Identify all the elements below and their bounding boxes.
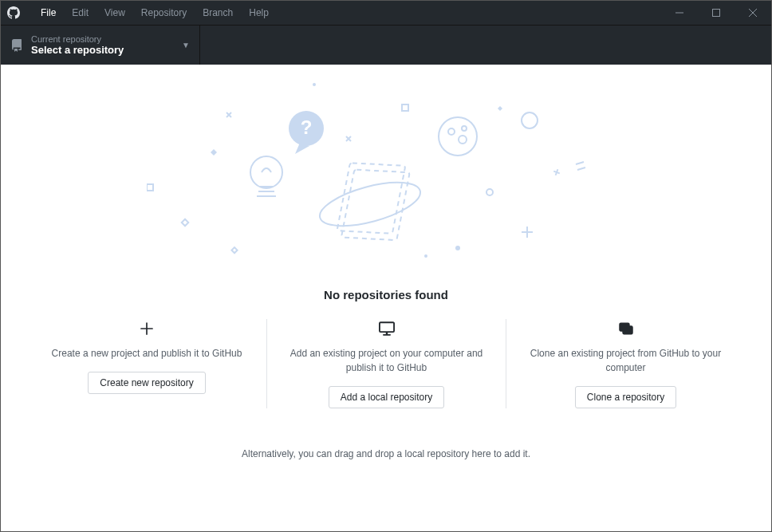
clone-icon — [616, 319, 636, 338]
svg-rect-3 — [341, 170, 410, 241]
svg-rect-18 — [147, 184, 153, 191]
repository-selector[interactable]: Current repository Select a repository ▼ — [1, 26, 200, 65]
empty-state-heading: No repositories found — [324, 288, 448, 301]
svg-point-11 — [522, 112, 538, 128]
clone-repository-button[interactable]: Clone a repository — [575, 386, 676, 408]
option-create-description: Create a new project and publish it to G… — [52, 346, 242, 361]
chevron-down-icon: ▼ — [182, 41, 190, 49]
maximize-button[interactable] — [698, 1, 735, 25]
close-button[interactable] — [735, 1, 771, 25]
svg-point-13 — [424, 254, 427, 258]
repo-selector-value: Select a repository — [31, 44, 182, 56]
window-controls — [661, 1, 771, 25]
svg-point-4 — [250, 156, 282, 188]
option-clone-description: Clone an existing project from GitHub to… — [522, 346, 729, 375]
option-clone: Clone an existing project from GitHub to… — [506, 319, 745, 408]
svg-point-7 — [439, 117, 477, 156]
svg-rect-16 — [182, 219, 188, 226]
option-add-local: Add an existing project on your computer… — [266, 319, 506, 408]
options-row: Create a new project and publish it to G… — [19, 319, 753, 408]
repo-selector-label: Current repository — [31, 34, 182, 44]
menu-repository[interactable]: Repository — [133, 1, 195, 25]
repo-selector-texts: Current repository Select a repository — [31, 34, 182, 56]
create-repository-button[interactable]: Create new repository — [88, 372, 205, 394]
option-create: Create a new project and publish it to G… — [27, 319, 266, 408]
menu-branch[interactable]: Branch — [195, 1, 241, 25]
github-logo-icon — [7, 6, 20, 19]
svg-rect-0 — [713, 10, 720, 17]
drag-drop-hint: Alternatively, you can drag and drop a l… — [242, 448, 530, 459]
svg-rect-17 — [231, 247, 237, 253]
svg-point-8 — [448, 128, 455, 135]
svg-point-10 — [462, 126, 467, 131]
add-local-repository-button[interactable]: Add a local repository — [329, 386, 444, 408]
empty-state-illustration: ? — [147, 81, 625, 272]
plus-icon — [137, 319, 156, 338]
svg-point-12 — [455, 246, 460, 250]
toolbar: Current repository Select a repository ▼ — [1, 25, 771, 65]
svg-point-14 — [486, 189, 493, 195]
svg-point-9 — [459, 136, 467, 144]
option-add-local-description: Add an existing project on your computer… — [283, 346, 490, 375]
main-content: ? — [1, 65, 771, 531]
svg-text:?: ? — [301, 116, 313, 138]
svg-point-19 — [313, 83, 316, 86]
minimize-button[interactable] — [661, 1, 698, 25]
svg-rect-2 — [337, 163, 406, 234]
svg-rect-15 — [402, 104, 408, 111]
menu-view[interactable]: View — [96, 1, 133, 25]
menu-file[interactable]: File — [33, 1, 64, 25]
menu-help[interactable]: Help — [241, 1, 277, 25]
menubar: File Edit View Repository Branch Help — [33, 1, 277, 25]
monitor-icon — [377, 319, 396, 338]
repo-icon — [10, 39, 23, 52]
titlebar: File Edit View Repository Branch Help — [1, 1, 771, 25]
menu-edit[interactable]: Edit — [64, 1, 96, 25]
